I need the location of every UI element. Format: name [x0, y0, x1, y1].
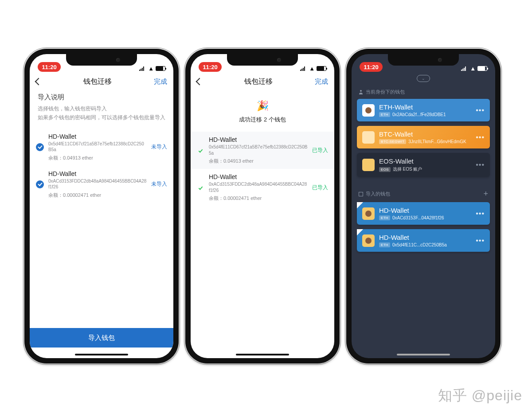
- wallet-name: HD-Wallet: [209, 173, 308, 180]
- home-indicator[interactable]: [75, 354, 128, 355]
- status-tag: 未导入: [151, 180, 167, 188]
- wallet-card-eth[interactable]: ETH-Wallet ETH0x2AbCda2f...fFe28dDBE1 ••…: [357, 99, 490, 121]
- screen-1: 11:20 ▲ 钱包迁移 完成 导入说明 选择钱包，输入钱包密码导入 如果多个钱…: [30, 54, 173, 358]
- wallet-avatar-icon: [362, 131, 375, 144]
- intro-line: 选择钱包，输入钱包密码导入: [38, 105, 107, 112]
- recording-time-pill: 11:20: [38, 62, 61, 72]
- check-mark-icon: [199, 185, 203, 190]
- intro-heading: 导入说明: [38, 93, 165, 102]
- wallet-name: HD-Wallet: [48, 133, 147, 140]
- wallet-card-btc[interactable]: BTC-Wallet BTC-SEGWIT3Jnz8LTkmF...G6nvHE…: [357, 126, 490, 148]
- section-header-identity: 当前身份下的钱包: [352, 84, 495, 99]
- party-emoji-icon: 🎉: [191, 100, 334, 112]
- wallet-address: 0x5d4fE11CD67cf21a5B7e75efb12388cD2C250B…: [209, 144, 308, 156]
- wallet-card-name: HD-Wallet: [379, 234, 471, 242]
- section-title: 导入的钱包: [366, 191, 390, 197]
- checked-circle-icon[interactable]: [36, 143, 44, 151]
- intro-line: 如果多个钱包的密码相同，可以选择多个钱包批量导入: [38, 114, 165, 121]
- home-indicator[interactable]: [236, 354, 289, 355]
- screen-3: 11:20 ▲ ⌄ 当前身份下的钱包 ETH-Wallet: [352, 54, 495, 358]
- wallet-address: 0x5d4fE11CD67cf21a5B7e75efb12388cD2C250B…: [48, 141, 147, 153]
- done-button[interactable]: 完成: [315, 78, 328, 86]
- cell-signal-icon: [461, 66, 468, 71]
- screen-2: 11:20 ▲ 钱包迁移 完成 🎉 成功迁移 2 个钱包: [191, 54, 334, 358]
- status-tag: 已导入: [312, 147, 328, 154]
- notch: [66, 54, 137, 66]
- chain-badge: EOS: [379, 167, 391, 172]
- wallet-balance: 余额：0.04913 ether: [209, 158, 308, 164]
- person-icon: [359, 90, 363, 94]
- collapse-pill[interactable]: ⌄: [417, 75, 430, 82]
- wallet-item[interactable]: HD-Wallet 0xACd3153FDDC2db48aA984D46455B…: [30, 166, 173, 203]
- nav-title: 钱包迁移: [83, 77, 112, 86]
- wallet-item[interactable]: HD-Wallet 0x5d4fE11CD67cf21a5B7e75efb123…: [30, 129, 173, 166]
- wallet-card-name: ETH-Wallet: [379, 103, 471, 111]
- phone-frame-2: 11:20 ▲ 钱包迁移 完成 🎉 成功迁移 2 个钱包: [185, 49, 340, 363]
- chain-badge: ETH: [379, 112, 390, 117]
- wallet-card-address: 0x5d4fE11C...cD2C250B5a: [392, 242, 447, 247]
- box-icon: [359, 192, 363, 196]
- wallet-balance: 余额：0.00002471 ether: [48, 192, 147, 199]
- more-icon[interactable]: •••: [476, 212, 485, 215]
- checked-circle-icon[interactable]: [36, 180, 44, 188]
- wallet-address: 0xACd3153FDDC2db48aA984D46455BBC04A28f1f…: [209, 181, 308, 193]
- wallet-avatar-icon: [362, 234, 375, 247]
- wallet-avatar-icon: [362, 159, 375, 171]
- notch: [227, 54, 298, 66]
- wifi-icon: ▲: [148, 65, 154, 72]
- phone-frame-1: 11:20 ▲ 钱包迁移 完成 导入说明 选择钱包，输入钱包密码导入 如果多个钱…: [24, 49, 179, 363]
- recording-time-pill: 11:20: [360, 62, 383, 72]
- nav-bar: 钱包迁移 完成: [191, 73, 334, 90]
- fold-corner-icon: [357, 229, 364, 236]
- cell-signal-icon: [139, 66, 146, 71]
- more-icon[interactable]: •••: [476, 239, 485, 242]
- recording-time-pill: 11:20: [199, 62, 222, 72]
- wallet-card-eos[interactable]: EOS-Wallet EOS选择 EOS 账户 •••: [357, 153, 490, 177]
- back-button-icon[interactable]: [196, 78, 203, 86]
- chain-badge: ETH: [379, 215, 390, 220]
- chain-badge: BTC-SEGWIT: [379, 139, 406, 144]
- import-wallet-button[interactable]: 导入钱包: [30, 328, 173, 348]
- cell-signal-icon: [300, 66, 307, 71]
- status-tag: 已导入: [312, 184, 328, 191]
- nav-bar: 钱包迁移 完成: [30, 73, 173, 90]
- fold-corner-icon: [357, 202, 364, 209]
- back-button-icon[interactable]: [35, 78, 43, 86]
- more-icon[interactable]: •••: [476, 136, 485, 139]
- watermark-text: 知乎 @peijie: [438, 386, 522, 406]
- wallet-card-name: EOS-Wallet: [379, 157, 471, 165]
- done-button[interactable]: 完成: [154, 78, 167, 86]
- section-title: 当前身份下的钱包: [366, 89, 405, 95]
- wallet-avatar-icon: [362, 104, 375, 117]
- wallet-card-name: HD-Wallet: [379, 207, 471, 215]
- wallet-avatar-icon: [362, 207, 375, 220]
- status-tag: 未导入: [151, 143, 167, 151]
- notch: [388, 54, 459, 66]
- success-block: 🎉 成功迁移 2 个钱包: [191, 90, 334, 132]
- wallet-card-imported[interactable]: HD-Wallet ETH0xACd3153F...04A28f1f26 •••: [357, 202, 490, 225]
- wifi-icon: ▲: [309, 65, 315, 72]
- wallet-card-imported[interactable]: HD-Wallet ETH0x5d4fE11C...cD2C250B5a •••: [357, 229, 490, 252]
- wallet-card-address: 选择 EOS 账户: [393, 166, 422, 172]
- check-mark-icon: [199, 148, 203, 152]
- wifi-icon: ▲: [470, 65, 476, 72]
- success-message: 成功迁移 2 个钱包: [239, 116, 286, 123]
- wallet-item: HD-Wallet 0xACd3153FDDC2db48aA984D46455B…: [191, 169, 334, 206]
- wallet-card-address: 3Jnz8LTkmF...G6nvHEdmGK: [408, 139, 466, 144]
- intro-block: 导入说明 选择钱包，输入钱包密码导入 如果多个钱包的密码相同，可以选择多个钱包批…: [30, 90, 173, 129]
- wallet-card-address: 0x2AbCda2f...fFe28dDBE1: [392, 112, 446, 117]
- home-indicator[interactable]: [397, 354, 450, 355]
- wallet-name: HD-Wallet: [209, 136, 308, 143]
- more-icon[interactable]: •••: [476, 163, 485, 167]
- add-wallet-button[interactable]: +: [483, 189, 488, 199]
- battery-icon: [317, 66, 326, 71]
- battery-icon: [477, 66, 487, 71]
- phone-frame-3: 11:20 ▲ ⌄ 当前身份下的钱包 ETH-Wallet: [346, 49, 501, 363]
- wallet-address: 0xACd3153FDDC2db48aA984D46455BBC04A28f1f…: [48, 178, 147, 190]
- wallet-item: HD-Wallet 0x5d4fE11CD67cf21a5B7e75efb123…: [191, 132, 334, 169]
- section-header-imported: 导入的钱包 +: [352, 185, 495, 202]
- wallet-card-address: 0xACd3153F...04A28f1f26: [392, 215, 444, 220]
- nav-title: 钱包迁移: [244, 77, 273, 86]
- chain-badge: ETH: [379, 242, 390, 247]
- more-icon[interactable]: •••: [476, 109, 485, 112]
